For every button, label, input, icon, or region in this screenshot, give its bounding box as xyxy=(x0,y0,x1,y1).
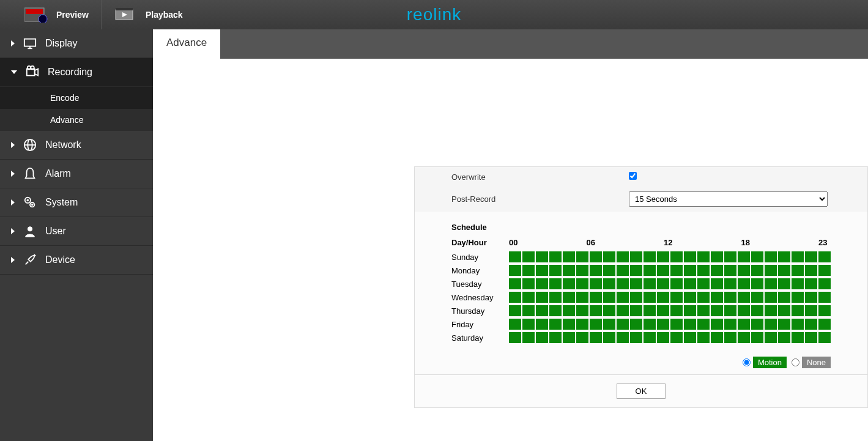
schedule-cell[interactable] xyxy=(576,292,588,303)
schedule-cell[interactable] xyxy=(805,292,817,303)
schedule-cell[interactable] xyxy=(792,251,804,262)
schedule-cell[interactable] xyxy=(765,319,777,330)
schedule-cell[interactable] xyxy=(630,265,642,276)
schedule-cell[interactable] xyxy=(751,292,763,303)
sidebar-item-user[interactable]: User xyxy=(0,217,153,246)
schedule-cell[interactable] xyxy=(536,265,548,276)
schedule-cell[interactable] xyxy=(576,278,588,289)
schedule-cell[interactable] xyxy=(724,319,736,330)
schedule-cell[interactable] xyxy=(630,319,642,330)
schedule-cell[interactable] xyxy=(644,278,656,289)
schedule-cell[interactable] xyxy=(590,305,602,316)
schedule-cell[interactable] xyxy=(738,332,750,343)
schedule-cell[interactable] xyxy=(738,319,750,330)
schedule-cell[interactable] xyxy=(738,305,750,316)
schedule-cell[interactable] xyxy=(549,251,562,262)
schedule-cell[interactable] xyxy=(603,292,615,303)
playback-tab[interactable]: Playback xyxy=(101,0,195,29)
schedule-cell[interactable] xyxy=(697,278,710,289)
schedule-cell[interactable] xyxy=(536,319,548,330)
schedule-cell[interactable] xyxy=(751,251,763,262)
schedule-cell[interactable] xyxy=(670,332,683,343)
sidebar-item-display[interactable]: Display xyxy=(0,29,153,58)
schedule-cell[interactable] xyxy=(617,332,629,343)
schedule-cell[interactable] xyxy=(751,305,763,316)
schedule-cell[interactable] xyxy=(711,278,723,289)
sidebar-item-network[interactable]: Network xyxy=(0,131,153,160)
schedule-cell[interactable] xyxy=(617,278,629,289)
schedule-cell[interactable] xyxy=(792,305,804,316)
schedule-cell[interactable] xyxy=(724,305,736,316)
schedule-cell[interactable] xyxy=(751,319,763,330)
none-radio-label[interactable]: None xyxy=(792,357,831,368)
schedule-cell[interactable] xyxy=(805,332,817,343)
schedule-cell[interactable] xyxy=(563,319,575,330)
schedule-cell[interactable] xyxy=(711,332,723,343)
motion-radio-label[interactable]: Motion xyxy=(743,357,787,368)
schedule-cell[interactable] xyxy=(644,305,656,316)
schedule-cell[interactable] xyxy=(818,292,831,303)
schedule-cell[interactable] xyxy=(805,265,817,276)
schedule-cell[interactable] xyxy=(711,292,723,303)
schedule-cell[interactable] xyxy=(818,278,831,289)
schedule-cell[interactable] xyxy=(536,292,548,303)
schedule-cell[interactable] xyxy=(792,292,804,303)
schedule-cell[interactable] xyxy=(778,265,790,276)
schedule-cell[interactable] xyxy=(765,292,777,303)
schedule-cell[interactable] xyxy=(522,305,535,316)
schedule-cell[interactable] xyxy=(644,292,656,303)
preview-tab[interactable]: Preview xyxy=(12,0,101,29)
schedule-cell[interactable] xyxy=(509,251,521,262)
schedule-cell[interactable] xyxy=(684,305,696,316)
schedule-cell[interactable] xyxy=(805,305,817,316)
schedule-cell[interactable] xyxy=(751,332,763,343)
schedule-cell[interactable] xyxy=(670,265,683,276)
sidebar-subitem-encode[interactable]: Encode xyxy=(0,87,153,109)
schedule-cell[interactable] xyxy=(805,278,817,289)
schedule-cell[interactable] xyxy=(684,292,696,303)
schedule-cell[interactable] xyxy=(818,319,831,330)
schedule-cell[interactable] xyxy=(657,292,669,303)
sidebar-subitem-advance[interactable]: Advance xyxy=(0,109,153,131)
schedule-cell[interactable] xyxy=(563,332,575,343)
schedule-cell[interactable] xyxy=(563,251,575,262)
sidebar-item-system[interactable]: System xyxy=(0,188,153,217)
schedule-cell[interactable] xyxy=(818,251,831,262)
schedule-cell[interactable] xyxy=(549,305,562,316)
schedule-cell[interactable] xyxy=(657,278,669,289)
schedule-cell[interactable] xyxy=(765,278,777,289)
schedule-cell[interactable] xyxy=(509,305,521,316)
schedule-cell[interactable] xyxy=(563,265,575,276)
schedule-cell[interactable] xyxy=(697,292,710,303)
schedule-cell[interactable] xyxy=(522,292,535,303)
schedule-cell[interactable] xyxy=(697,251,710,262)
schedule-cell[interactable] xyxy=(778,278,790,289)
schedule-cell[interactable] xyxy=(751,265,763,276)
schedule-cell[interactable] xyxy=(684,332,696,343)
schedule-cell[interactable] xyxy=(697,319,710,330)
schedule-cell[interactable] xyxy=(549,265,562,276)
schedule-cell[interactable] xyxy=(509,278,521,289)
schedule-cell[interactable] xyxy=(684,265,696,276)
schedule-cell[interactable] xyxy=(765,251,777,262)
schedule-cell[interactable] xyxy=(738,292,750,303)
schedule-cell[interactable] xyxy=(576,251,588,262)
schedule-cell[interactable] xyxy=(603,278,615,289)
schedule-cell[interactable] xyxy=(751,278,763,289)
schedule-cell[interactable] xyxy=(630,332,642,343)
schedule-cell[interactable] xyxy=(509,319,521,330)
schedule-cell[interactable] xyxy=(630,305,642,316)
schedule-cell[interactable] xyxy=(738,251,750,262)
schedule-cell[interactable] xyxy=(738,265,750,276)
schedule-cell[interactable] xyxy=(509,292,521,303)
schedule-cell[interactable] xyxy=(590,319,602,330)
schedule-cell[interactable] xyxy=(522,319,535,330)
schedule-cell[interactable] xyxy=(549,292,562,303)
schedule-cell[interactable] xyxy=(765,332,777,343)
schedule-cell[interactable] xyxy=(724,292,736,303)
schedule-cell[interactable] xyxy=(576,319,588,330)
schedule-cell[interactable] xyxy=(684,319,696,330)
schedule-cell[interactable] xyxy=(509,332,521,343)
schedule-cell[interactable] xyxy=(765,265,777,276)
schedule-cell[interactable] xyxy=(711,319,723,330)
